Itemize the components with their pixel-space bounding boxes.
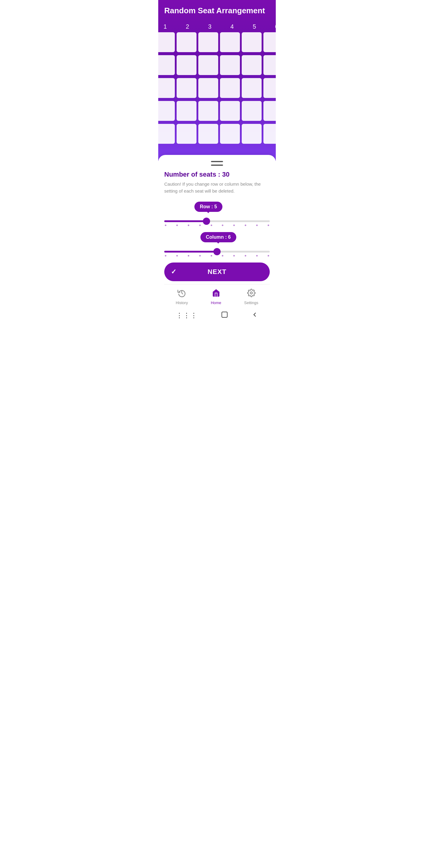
seat-c4[interactable]: [220, 78, 240, 98]
drag-handle[interactable]: [164, 158, 270, 170]
seat-count-title: Number of seats : 30: [164, 170, 270, 179]
seat-row-d: D: [158, 100, 276, 122]
seat-b3[interactable]: [198, 55, 218, 75]
seat-a6[interactable]: [264, 32, 276, 52]
seat-b4[interactable]: [220, 55, 240, 75]
seat-e2[interactable]: [177, 124, 196, 144]
top-section: Random Seat Arrangement 1 2 3 4 5 6 A: [158, 0, 276, 161]
row-slider-fill: [164, 220, 207, 222]
bottom-nav: History Home Settings: [164, 284, 270, 307]
seat-c3[interactable]: [198, 78, 218, 98]
seat-c1[interactable]: [158, 78, 175, 98]
history-nav-label: History: [176, 301, 188, 305]
row-slider-thumb[interactable]: [203, 218, 210, 225]
col-slider-section: Column : 6: [164, 232, 270, 256]
drag-bar-1: [211, 161, 223, 162]
row-slider-section: Row : 5: [164, 202, 270, 226]
row-slider-track: [164, 220, 270, 222]
seat-d4[interactable]: [220, 101, 240, 121]
dot: [165, 255, 166, 256]
seat-b5[interactable]: [242, 55, 261, 75]
seat-row-b: B: [158, 54, 276, 76]
settings-icon: [247, 289, 255, 299]
app-title: Random Seat Arrangement: [158, 0, 276, 20]
drag-bar-2: [211, 164, 223, 166]
col-header-5: 5: [243, 23, 266, 30]
history-icon: [178, 289, 186, 299]
seat-e4[interactable]: [220, 124, 240, 144]
col-headers-row: 1 2 3 4 5 6: [158, 23, 276, 30]
system-nav: ⋮⋮⋮: [164, 307, 270, 324]
check-icon: ✓: [171, 268, 176, 276]
col-slider-track: [164, 251, 270, 253]
dot: [256, 224, 258, 226]
col-slider-thumb[interactable]: [213, 248, 221, 255]
seat-row-c: C: [158, 77, 276, 99]
seat-d1[interactable]: [158, 101, 175, 121]
dot: [222, 255, 223, 256]
seat-c5[interactable]: [242, 78, 261, 98]
dot: [245, 255, 246, 256]
seat-a1[interactable]: [158, 32, 175, 52]
dot: [211, 224, 212, 226]
dot: [222, 224, 223, 226]
seat-e1[interactable]: [158, 124, 175, 144]
system-home-button[interactable]: [221, 311, 228, 320]
dot: [233, 255, 235, 256]
system-back-button[interactable]: [251, 311, 258, 319]
nav-item-history[interactable]: History: [171, 287, 193, 306]
seat-c2[interactable]: [177, 78, 196, 98]
nav-item-settings[interactable]: Settings: [239, 287, 263, 306]
seat-a4[interactable]: [220, 32, 240, 52]
dot: [188, 224, 189, 226]
dot: [211, 255, 212, 256]
system-menu-button[interactable]: ⋮⋮⋮: [176, 312, 198, 319]
col-header-3: 3: [198, 23, 221, 30]
seat-row-e: E: [158, 123, 276, 145]
seat-b1[interactable]: [158, 55, 175, 75]
col-header-2: 2: [176, 23, 198, 30]
seat-c6[interactable]: [264, 78, 276, 98]
dot: [176, 224, 178, 226]
seat-row-a: A: [158, 31, 276, 53]
seat-grid-container: 1 2 3 4 5 6 A B: [158, 20, 276, 152]
seat-a3[interactable]: [198, 32, 218, 52]
col-header-6: 6: [266, 23, 276, 30]
col-header-1: 1: [158, 23, 176, 30]
dot: [165, 224, 166, 226]
col-slider-track-container: [164, 251, 270, 253]
caution-text: Caution! If you change row or column bel…: [164, 181, 270, 194]
col-slider-tooltip: Column : 6: [200, 232, 236, 242]
seat-e3[interactable]: [198, 124, 218, 144]
dot: [176, 255, 178, 256]
col-slider-fill: [164, 251, 217, 253]
seat-d5[interactable]: [242, 101, 261, 121]
seat-a5[interactable]: [242, 32, 261, 52]
next-button[interactable]: ✓ NEXT: [164, 262, 270, 281]
seat-e6[interactable]: [264, 124, 276, 144]
dot: [199, 255, 201, 256]
dot: [245, 224, 246, 226]
nav-item-home[interactable]: Home: [206, 287, 226, 306]
row-slider-track-container: [164, 220, 270, 222]
seat-d6[interactable]: [264, 101, 276, 121]
seat-a2[interactable]: [177, 32, 196, 52]
bottom-panel: Number of seats : 30 Caution! If you cha…: [158, 155, 276, 331]
dot: [233, 224, 235, 226]
dot: [268, 224, 269, 226]
dot: [188, 255, 189, 256]
seat-e5[interactable]: [242, 124, 261, 144]
seat-b2[interactable]: [177, 55, 196, 75]
svg-rect-1: [222, 312, 227, 317]
row-slider-dots: [164, 224, 270, 226]
seat-d3[interactable]: [198, 101, 218, 121]
dot: [256, 255, 258, 256]
seat-d2[interactable]: [177, 101, 196, 121]
seat-b6[interactable]: [264, 55, 276, 75]
row-slider-tooltip: Row : 5: [194, 202, 222, 212]
dot: [268, 255, 269, 256]
next-button-label: NEXT: [208, 268, 227, 276]
settings-nav-label: Settings: [244, 301, 258, 305]
col-header-4: 4: [221, 23, 243, 30]
home-nav-label: Home: [211, 301, 221, 305]
